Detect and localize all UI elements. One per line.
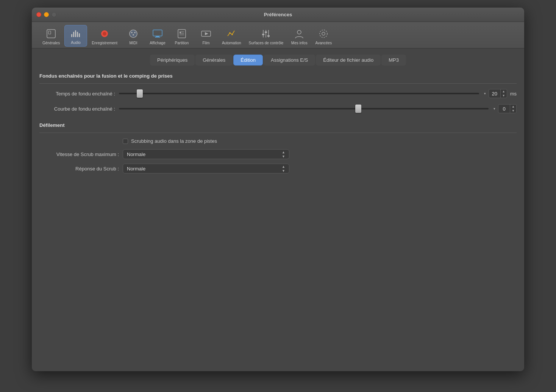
minimize-button[interactable]: [44, 12, 49, 17]
vitesse-label: Vitesse de Scrub maximum :: [39, 151, 119, 157]
svg-point-12: [133, 34, 134, 36]
vitesse-value: Normale: [127, 151, 145, 157]
svg-rect-3: [73, 32, 74, 37]
mesinfos-icon: [293, 28, 305, 40]
svg-rect-1: [48, 31, 51, 34]
toolbar-label-generales: Générales: [42, 41, 60, 45]
temps-fondu-down[interactable]: ▼: [501, 94, 507, 98]
toolbar-item-automation[interactable]: Automation: [219, 26, 244, 47]
svg-point-32: [322, 32, 325, 35]
toolbar-item-mesinfos[interactable]: Mes infos: [288, 26, 311, 47]
toolbar: Générales Audio E: [32, 22, 524, 48]
toolbar-item-enregistrement[interactable]: Enregistrement: [89, 26, 120, 47]
tab-editeur[interactable]: Éditeur de fichier audio: [316, 55, 381, 66]
courbe-fondu-stepper: ▾ 0 ▲ ▼: [492, 104, 517, 113]
toolbar-item-generales[interactable]: Générales: [39, 26, 63, 47]
zoom-button[interactable]: [52, 12, 56, 17]
toolbar-label-mesinfos: Mes infos: [291, 41, 308, 45]
svg-point-31: [297, 30, 301, 34]
reponse-arrows: ▲ ▼: [282, 165, 285, 173]
traffic-lights: [36, 12, 56, 17]
titlebar: Préférences: [32, 8, 524, 22]
courbe-fondu-number: 0 ▲ ▼: [498, 104, 517, 113]
vitesse-select[interactable]: Normale ▲ ▼: [123, 149, 289, 159]
svg-rect-29: [265, 31, 267, 33]
reponse-label: Réponse du Scrub :: [39, 166, 119, 172]
courbe-fondu-slider[interactable]: [119, 108, 489, 109]
toolbar-item-audio[interactable]: Audio: [64, 25, 87, 47]
affichage-icon: [151, 28, 164, 40]
avancees-icon: [317, 28, 330, 40]
courbe-fondu-down-arrow[interactable]: ▾: [492, 107, 497, 111]
temps-fondu-label: Temps de fondu enchaîné :: [39, 91, 115, 97]
courbe-fondu-row: Courbe de fondu enchaîné : ▾ 0 ▲ ▼: [39, 104, 517, 113]
svg-point-8: [103, 32, 106, 36]
toolbar-label-affichage: Affichage: [150, 41, 166, 45]
toolbar-label-enregistrement: Enregistrement: [92, 41, 117, 45]
vitesse-row: Vitesse de Scrub maximum : Normale ▲ ▼: [39, 149, 517, 159]
svg-rect-28: [262, 34, 264, 35]
audio-icon: [70, 27, 82, 39]
preferences-window: Préférences Générales: [32, 8, 524, 371]
tab-assignations[interactable]: Assignations E/S: [264, 55, 315, 66]
fondus-title: Fondus enchaînés pour la fusion et le co…: [39, 73, 517, 79]
scrub-checkbox-row: Scrubbing audio dans la zone de pistes: [39, 138, 517, 144]
svg-rect-5: [77, 32, 78, 37]
svg-rect-4: [75, 30, 76, 37]
subtabs-bar: Périphériques Générales Édition Assignat…: [39, 55, 517, 66]
fondus-divider: [39, 83, 517, 84]
tab-generales[interactable]: Générales: [195, 55, 233, 66]
svg-rect-13: [153, 30, 162, 36]
content-area: Périphériques Générales Édition Assignat…: [32, 48, 524, 371]
defilement-title: Défilement: [39, 122, 517, 128]
courbe-fondu-slider-container: [119, 105, 489, 112]
svg-rect-15: [155, 37, 160, 37]
tab-edition[interactable]: Édition: [233, 55, 263, 66]
fondus-section: Fondus enchaînés pour la fusion et le co…: [39, 73, 517, 113]
temps-fondu-down-arrow[interactable]: ▾: [483, 92, 487, 95]
courbe-fondu-up[interactable]: ▲: [510, 105, 516, 109]
temps-fondu-row: Temps de fondu enchaîné : ▾ 20 ▲ ▼ ms: [39, 89, 517, 98]
temps-fondu-value: 20: [489, 91, 500, 97]
toolbar-item-surfaces[interactable]: Surfaces de contrôle: [246, 26, 287, 47]
temps-fondu-arrows: ▲ ▼: [500, 89, 507, 98]
close-button[interactable]: [36, 12, 41, 17]
reponse-row: Réponse du Scrub : Normale ▲ ▼: [39, 164, 517, 173]
tab-mp3[interactable]: MP3: [381, 55, 406, 66]
toolbar-label-partition: Partition: [175, 41, 189, 45]
courbe-fondu-value: 0: [498, 106, 510, 112]
svg-point-24: [231, 34, 233, 35]
svg-rect-6: [79, 33, 80, 37]
toolbar-item-avancees[interactable]: Avancées: [312, 26, 335, 47]
vitesse-arrows: ▲ ▼: [282, 150, 285, 158]
svg-marker-22: [205, 32, 208, 35]
film-icon: [200, 28, 212, 40]
automation-icon: [225, 28, 237, 40]
toolbar-item-film[interactable]: Film: [195, 26, 217, 47]
svg-point-20: [180, 32, 181, 33]
generales-icon: [45, 28, 57, 40]
courbe-fondu-arrows: ▲ ▼: [510, 105, 516, 113]
toolbar-label-audio: Audio: [71, 41, 81, 45]
scrub-checkbox[interactable]: [123, 139, 128, 144]
temps-fondu-up[interactable]: ▲: [501, 89, 507, 94]
temps-fondu-stepper: ▾ 20 ▲ ▼ ms: [483, 89, 517, 98]
tab-peripheriques[interactable]: Périphériques: [150, 55, 195, 66]
courbe-fondu-down[interactable]: ▼: [510, 109, 516, 113]
enregistrement-icon: [98, 28, 111, 40]
svg-rect-2: [71, 34, 72, 37]
reponse-value: Normale: [127, 166, 145, 172]
toolbar-item-affichage[interactable]: Affichage: [146, 26, 169, 47]
toolbar-label-midi: MIDI: [129, 41, 137, 45]
svg-point-33: [320, 30, 327, 37]
defilement-section: Défilement Scrubbing audio dans la zone …: [39, 122, 517, 173]
toolbar-item-midi[interactable]: MIDI: [122, 26, 145, 47]
svg-point-23: [229, 32, 231, 34]
reponse-select[interactable]: Normale ▲ ▼: [123, 164, 289, 173]
toolbar-item-partition[interactable]: Partition: [170, 26, 193, 47]
svg-rect-0: [47, 30, 55, 38]
defilement-divider: [39, 133, 517, 133]
svg-point-9: [130, 30, 137, 37]
temps-fondu-slider[interactable]: [119, 93, 479, 94]
toolbar-label-automation: Automation: [222, 41, 241, 45]
